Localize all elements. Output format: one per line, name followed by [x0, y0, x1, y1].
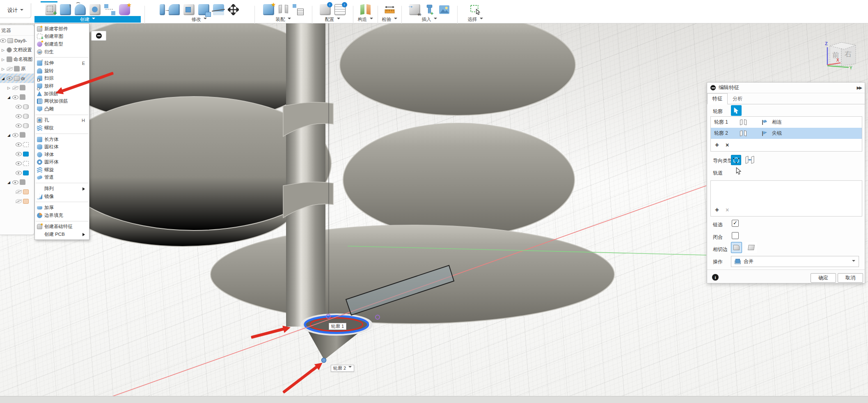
insert-canvas-icon[interactable] — [439, 4, 450, 15]
browser-row-origin[interactable]: ▷原 — [0, 64, 34, 74]
visibility-eye-icon[interactable] — [0, 39, 6, 43]
menu-item-create-pcb[interactable]: 创建 PCB — [35, 230, 89, 238]
visibility-eye-icon[interactable] — [16, 124, 22, 128]
menu-item-torus[interactable]: 圆环体 — [35, 159, 89, 166]
select-marquee-icon[interactable] — [470, 4, 481, 15]
menu-item-derive[interactable]: ↩衍生 — [35, 48, 89, 56]
closed-checkbox[interactable] — [732, 232, 739, 239]
collapse-dot-icon[interactable] — [710, 85, 716, 90]
browser-row-sketch[interactable] — [0, 140, 34, 149]
shell-icon[interactable] — [183, 4, 195, 15]
menu-item-pattern[interactable]: 阵列 — [35, 185, 89, 193]
browser-row-sketch-selected[interactable] — [0, 168, 34, 177]
visibility-eye-icon[interactable] — [7, 76, 13, 81]
expand-icon[interactable]: ▷ — [2, 48, 5, 52]
visibility-eye-off-icon[interactable] — [7, 67, 13, 71]
chain-selection-checkbox[interactable]: ✓ — [732, 220, 739, 227]
visibility-eye-off-icon[interactable] — [12, 86, 18, 90]
new-component-icon[interactable]: ★ — [263, 4, 274, 15]
tangent-edges-separate-button[interactable] — [746, 242, 757, 253]
view-cube[interactable]: 前 右 Z X Y — [817, 33, 866, 80]
joint-icon[interactable] — [278, 4, 289, 15]
guide-type-centerline-button[interactable] — [745, 156, 755, 165]
visibility-eye-icon[interactable] — [16, 105, 22, 109]
viewport-marker-chip[interactable] — [91, 31, 106, 41]
insert-derive-icon[interactable]: →∞ — [409, 4, 420, 15]
browser-row-body[interactable] — [0, 111, 34, 121]
menu-item-sphere[interactable]: 球体 — [35, 151, 89, 159]
menu-item-revolve[interactable]: 旋转 — [35, 67, 89, 75]
info-icon[interactable]: i — [712, 274, 719, 281]
menu-item-boundary-fill[interactable]: 边界填充 — [35, 212, 89, 219]
menu-item-cylinder[interactable]: 圆柱体 — [35, 143, 89, 151]
bom-table-icon[interactable] — [293, 4, 304, 15]
visibility-eye-icon[interactable] — [16, 143, 22, 147]
visibility-eye-off-icon[interactable] — [16, 190, 22, 194]
select-group-dropdown[interactable]: 选择 — [459, 16, 492, 23]
visibility-eye-icon[interactable] — [16, 161, 22, 166]
construction-plane-icon[interactable] — [360, 4, 371, 15]
browser-row-document[interactable]: Day9- — [0, 36, 34, 45]
browser-row-active-component[interactable]: ◢dr — [0, 74, 34, 83]
flip-profile-icon[interactable] — [740, 120, 747, 125]
operation-select[interactable]: 合并 — [731, 256, 859, 267]
browser-row-plane-hidden[interactable] — [0, 196, 34, 206]
construct-group-dropdown[interactable]: 构造 — [355, 16, 376, 23]
dock-panel-icon[interactable]: ▶▶ — [857, 85, 861, 90]
menu-item-extrude[interactable]: ↑拉伸E — [35, 59, 89, 67]
menu-item-mirror[interactable]: 镜像 — [35, 193, 89, 200]
menu-item-thread[interactable]: 螺纹 — [35, 124, 89, 132]
browser-row-doc-settings[interactable]: ▷文档设置 — [0, 45, 34, 55]
menu-item-hole[interactable]: 孔H — [35, 117, 89, 124]
profile2-tag[interactable]: 轮廓 2 — [331, 365, 354, 372]
design-menu-button[interactable]: 设计 — [0, 3, 31, 18]
expand-icon[interactable]: ▷ — [2, 58, 5, 62]
collapse-icon[interactable]: ◢ — [7, 133, 11, 137]
profile-row-1[interactable]: 轮廓 1 相连 — [711, 117, 862, 128]
cancel-button[interactable]: 取消 — [838, 273, 863, 283]
flip-profile-icon[interactable] — [740, 131, 747, 136]
sketch-pattern-icon[interactable] — [104, 4, 115, 15]
profiles-select-button[interactable] — [731, 105, 742, 116]
menu-item-new-component[interactable]: ★新建零部件 — [35, 25, 89, 33]
browser-row-sketch[interactable] — [0, 159, 34, 168]
revolve-icon[interactable]: ⌒ — [75, 4, 86, 15]
press-pull-icon[interactable]: → — [160, 4, 165, 15]
visibility-eye-icon[interactable] — [12, 180, 18, 184]
browser-row-folder[interactable]: ◢ — [0, 92, 34, 102]
visibility-eye-icon[interactable] — [16, 152, 22, 156]
menu-item-base-feature[interactable]: ★创建基础特征 — [35, 223, 89, 231]
add-rail-button[interactable]: + — [715, 206, 719, 214]
browser-row-body[interactable] — [0, 121, 34, 130]
ok-button[interactable]: 确定 — [811, 273, 836, 283]
browser-row-folder[interactable]: ◢ — [0, 177, 34, 187]
tab-feature[interactable]: 特征 — [707, 93, 728, 104]
browser-row-sketches-folder[interactable]: ◢ — [0, 130, 34, 140]
assemble-group-dropdown[interactable]: 装配 — [257, 16, 309, 23]
browser-row-folder[interactable]: ▷ — [0, 83, 34, 92]
configure-feature-icon[interactable]: ↑ — [320, 4, 331, 15]
expand-icon[interactable]: ▷ — [7, 86, 11, 90]
tab-analysis[interactable]: 分析 — [728, 93, 747, 104]
menu-item-box[interactable]: 长方体 — [35, 136, 89, 143]
menu-item-pipe[interactable]: 管道 — [35, 174, 89, 182]
combine-icon[interactable] — [198, 4, 209, 15]
split-body-icon[interactable] — [213, 4, 224, 15]
modify-group-dropdown[interactable]: 修改 — [146, 16, 252, 23]
visibility-eye-icon[interactable] — [12, 133, 18, 137]
insert-fastener-icon[interactable]: + — [424, 4, 435, 15]
measure-icon[interactable] — [384, 4, 395, 15]
browser-row-named-views[interactable]: ▷命名视图 — [0, 55, 34, 64]
hole-icon[interactable] — [89, 4, 101, 15]
collapse-icon[interactable]: ◢ — [2, 76, 5, 81]
browser-row-plane-hidden[interactable] — [0, 187, 34, 196]
create-sketch-icon[interactable]: + — [45, 4, 56, 15]
collapse-icon[interactable]: ◢ — [7, 95, 11, 99]
visibility-eye-off-icon[interactable] — [16, 199, 22, 203]
guide-type-rails-button[interactable] — [731, 155, 741, 165]
configure-group-dropdown[interactable]: 配置 — [314, 16, 351, 23]
menu-item-thicken[interactable]: 加厚 — [35, 204, 89, 212]
menu-item-sweep[interactable]: 扫掠 — [35, 75, 89, 83]
tangent-edges-merged-button[interactable] — [731, 242, 742, 253]
visibility-eye-icon[interactable] — [16, 171, 22, 175]
